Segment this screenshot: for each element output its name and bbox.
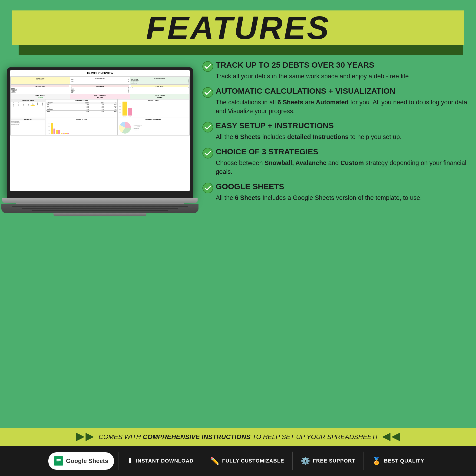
spreadsheet-content: TRAVEL OVERVIEW COUNTDOWN 60 DAYS LEFT S…	[10, 70, 190, 191]
arrow-left-solid-2	[382, 433, 391, 441]
support-label: FREE SUPPORT	[313, 458, 355, 464]
badge-free-support: ⚙️ FREE SUPPORT	[293, 457, 363, 465]
countdown-sub: 60 DAYS LEFT	[11, 79, 69, 80]
footer-text: COMES WITH COMPREHENSIVE INSTRUCTIONS TO…	[99, 433, 377, 441]
check-icon-1	[202, 61, 213, 72]
check-icon-4	[202, 148, 213, 159]
svg-point-2	[203, 122, 213, 132]
svg-point-3	[203, 148, 213, 158]
footer-banner: COMES WITH COMPREHENSIVE INSTRUCTIONS TO…	[0, 428, 476, 446]
feature-title-3: EASY SETUP + INSTRUCTIONS	[216, 121, 334, 130]
sheet-title: TRAVEL OVERVIEW	[10, 70, 190, 76]
laptop-container: TRAVEL OVERVIEW COUNTDOWN 60 DAYS LEFT S…	[7, 68, 193, 216]
support-icon: ⚙️	[301, 457, 310, 465]
svg-marker-8	[382, 433, 391, 441]
arrow-right-solid-2	[85, 433, 94, 441]
svg-point-0	[203, 61, 213, 72]
page-title: FEATURES	[146, 12, 330, 44]
features-list: TRACK UP TO 25 DEBTS OVER 30 YEARS Track…	[202, 60, 469, 203]
svg-marker-7	[391, 433, 400, 441]
feature-item-4: CHOICE OF 3 STRATEGIES Choose between Sn…	[202, 147, 469, 176]
svg-marker-6	[85, 433, 94, 441]
laptop-stand	[53, 213, 146, 216]
badge-google-sheets: Google Sheets	[48, 452, 114, 470]
quality-icon: 🏅	[372, 457, 381, 465]
badge-customizable: ✏️ FULLY CUSTOMIZABLE	[202, 457, 292, 465]
customize-label: FULLY CUSTOMIZABLE	[222, 458, 284, 464]
badge-instant-download: ⬇ INSTANT DOWNLOAD	[119, 457, 202, 465]
still-to-do-header: STILL TO DO	[131, 85, 188, 87]
svg-point-4	[203, 183, 213, 193]
laptop-screen-bezel: TRAVEL OVERVIEW COUNTDOWN 60 DAYS LEFT S…	[7, 68, 193, 198]
still-to-check-header: STILL TO CHECK	[131, 77, 188, 79]
badge-best-quality: 🏅 BEST QUALITY	[364, 457, 432, 465]
laptop-base	[2, 198, 198, 203]
feature-item-1: TRACK UP TO 25 DEBTS OVER 30 YEARS Track…	[202, 60, 469, 81]
download-icon: ⬇	[127, 457, 133, 465]
svg-marker-5	[76, 433, 85, 441]
svg-rect-11	[56, 460, 61, 461]
arrow-right-solid-1	[76, 433, 85, 441]
check-icon-2	[202, 87, 213, 98]
svg-rect-10	[56, 459, 61, 460]
arrow-left-solid-1	[391, 433, 400, 441]
feature-title-4: CHOICE OF 3 STRATEGIES	[216, 147, 318, 156]
feature-title-1: TRACK UP TO 25 DEBTS OVER 30 YEARS	[216, 60, 374, 69]
check-icon-5	[202, 183, 213, 194]
header-banner: FEATURES	[12, 10, 464, 45]
pie-legend: ■ Refreshments 7.0% ■ Transport 7.0% ■ F…	[133, 125, 142, 131]
laptop-keyboard-area	[1, 204, 199, 213]
pie-chart	[118, 121, 132, 135]
travelers-header: TRAVELERS	[71, 85, 129, 87]
feature-item-3: EASY SETUP + INSTRUCTIONS All the 6 Shee…	[202, 121, 469, 142]
laptop-screen: TRAVEL OVERVIEW COUNTDOWN 60 DAYS LEFT S…	[10, 70, 190, 191]
feature-desc-1: Track all your debts in the same work sp…	[216, 72, 469, 81]
feature-title-5: GOOGLE SHEETS	[216, 182, 284, 191]
feature-desc-5: All the 6 Sheets Includes a Google Sheet…	[216, 194, 469, 203]
svg-point-1	[203, 87, 213, 98]
bottom-badges-bar: Google Sheets ⬇ INSTANT DOWNLOAD ✏️ FULL…	[0, 446, 476, 476]
customize-icon: ✏️	[210, 457, 220, 465]
info-header: INFORMATIONS	[11, 85, 69, 87]
feature-desc-2: The calculations in all 6 Sheets are Aut…	[216, 98, 469, 116]
feature-title-2: AUTOMATIC CALCULATIONS + VISUALIZATION	[216, 86, 395, 96]
footer-arrow-right	[382, 433, 400, 441]
google-sheets-icon	[54, 456, 63, 466]
feature-item-5: GOOGLE SHEETS All the 6 Sheets Includes …	[202, 182, 469, 203]
feature-item-2: AUTOMATIC CALCULATIONS + VISUALIZATION T…	[202, 86, 469, 116]
feature-desc-4: Choose between Snowball, Avalanche and C…	[216, 159, 469, 176]
still-to-pack-header: STILL TO PACK	[71, 77, 129, 79]
feature-desc-3: All the 6 Sheets includes detailed Instr…	[216, 133, 469, 142]
check-icon-3	[202, 121, 213, 133]
google-sheets-label: Google Sheets	[66, 458, 108, 465]
main-content: TRAVEL OVERVIEW COUNTDOWN 60 DAYS LEFT S…	[7, 60, 469, 425]
footer-arrow-left	[76, 433, 94, 441]
calendar-label-cell: TRAVEL CALENDAR	[11, 100, 45, 102]
download-label: INSTANT DOWNLOAD	[136, 458, 194, 464]
svg-rect-12	[56, 462, 59, 462]
quality-label: BEST QUALITY	[384, 458, 424, 464]
